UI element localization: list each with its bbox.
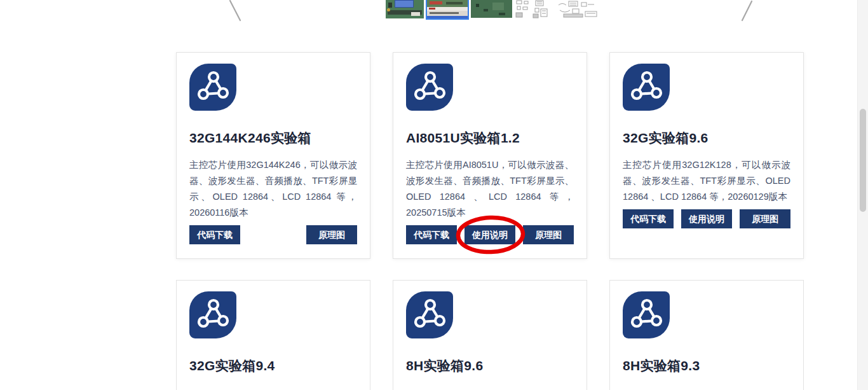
chevron-left-icon[interactable] [224, 0, 243, 22]
card-actions: 代码下载 使用说明 原理图 [406, 225, 574, 244]
product-card: 32G实验箱9.4 [176, 280, 370, 390]
thumbnail-pcb-back[interactable] [471, 0, 512, 18]
product-title: 32G144K246实验箱 [189, 129, 357, 147]
usage-guide-button[interactable]: 使用说明 [465, 225, 515, 244]
thumbnail-pcb-front[interactable] [386, 0, 424, 18]
thumbnail-pcb-detail[interactable] [426, 0, 469, 20]
product-description: 主控芯片使用AI8051U，可以做示波器、波形发生器、音频播放、TFT彩屏显示、… [406, 157, 574, 221]
product-card: 32G144K246实验箱 主控芯片使用32G144K246，可以做示波器、波形… [176, 52, 370, 259]
product-description: 主控芯片使用32G12K128，可以做示波器、波形发生器、TFT彩屏显示、OLE… [623, 157, 790, 205]
vertical-scrollbar-track[interactable] [857, 0, 868, 390]
product-logo-icon [623, 64, 670, 111]
card-actions: 代码下载 使用说明 原理图 [623, 209, 790, 228]
product-title: AI8051U实验箱1.2 [406, 129, 574, 147]
product-logo-icon [406, 291, 453, 338]
product-card: 8H实验箱9.6 [393, 280, 587, 390]
thumbnail-schematic-1[interactable] [514, 0, 553, 19]
product-logo-icon [189, 291, 236, 338]
vertical-scrollbar-thumb[interactable] [860, 109, 866, 212]
download-code-button[interactable]: 代码下载 [623, 209, 674, 228]
download-code-button[interactable]: 代码下载 [189, 225, 240, 244]
product-card: AI8051U实验箱1.2 主控芯片使用AI8051U，可以做示波器、波形发生器… [393, 52, 587, 259]
product-title: 8H实验箱9.6 [406, 357, 574, 375]
download-code-button[interactable]: 代码下载 [406, 225, 457, 244]
product-description: 主控芯片使用32G144K246，可以做示波器、波形发生器、音频播放、TFT彩屏… [189, 157, 357, 221]
schematic-sketch [556, 0, 600, 19]
product-title: 8H实验箱9.3 [623, 357, 790, 375]
chevron-right-icon[interactable] [738, 0, 757, 22]
product-logo-icon [189, 64, 236, 111]
product-title: 32G实验箱9.6 [623, 129, 790, 147]
product-card: 8H实验箱9.3 [609, 280, 804, 390]
schematic-button[interactable]: 原理图 [740, 209, 790, 228]
thumbnail-schematic-2[interactable] [556, 0, 600, 19]
product-card: 32G实验箱9.6 主控芯片使用32G12K128，可以做示波器、波形发生器、T… [609, 52, 804, 259]
schematic-button[interactable]: 原理图 [523, 225, 574, 244]
schematic-sketch [514, 0, 553, 19]
schematic-button[interactable]: 原理图 [306, 225, 357, 244]
product-title: 32G实验箱9.4 [189, 357, 357, 375]
product-logo-icon [623, 291, 670, 338]
product-listing-page: 32G144K246实验箱 主控芯片使用32G144K246，可以做示波器、波形… [0, 0, 868, 390]
product-logo-icon [406, 64, 453, 111]
card-actions: 代码下载 原理图 [189, 225, 357, 244]
usage-guide-button[interactable]: 使用说明 [681, 209, 732, 228]
